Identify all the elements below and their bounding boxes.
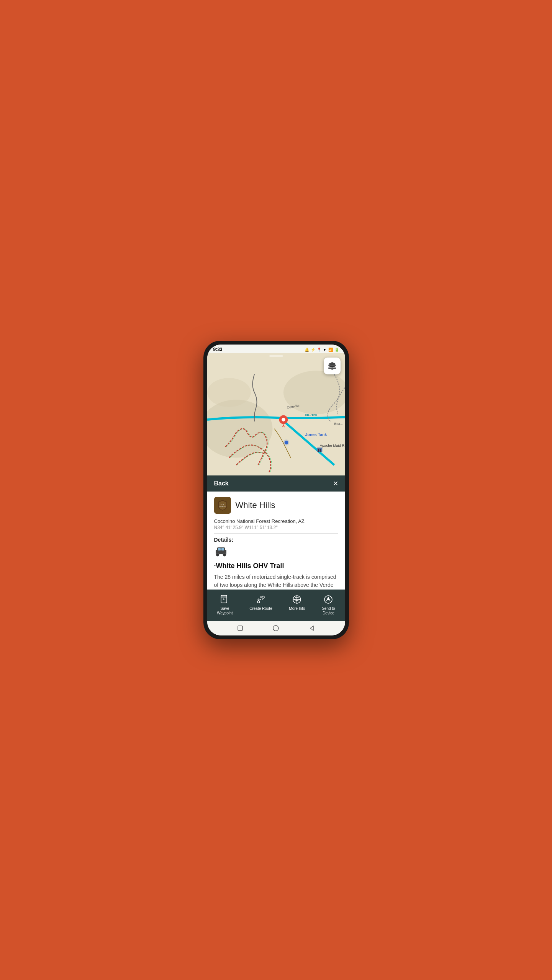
svg-point-23 xyxy=(216,553,219,556)
panel-content: U.S. FOREST White Hills Coconino Nationa… xyxy=(207,492,345,590)
svg-point-24 xyxy=(223,553,226,556)
svg-text:+: + xyxy=(223,597,225,601)
layers-icon xyxy=(328,361,337,371)
trail-description: The 28 miles of motorized single-track i… xyxy=(214,573,338,590)
svg-rect-38 xyxy=(238,626,242,630)
status-icons: 🔔 ⚡ 📍 ▼ 📶 🔋 xyxy=(305,348,339,352)
back-button[interactable]: Back xyxy=(214,480,229,487)
location-header: U.S. FOREST White Hills xyxy=(214,497,338,514)
save-waypoint-icon: + xyxy=(219,594,230,605)
svg-point-14 xyxy=(283,439,289,445)
svg-rect-25 xyxy=(218,548,221,550)
nav-save-waypoint[interactable]: + SaveWaypoint xyxy=(214,593,236,617)
details-label: Details: xyxy=(214,537,338,543)
svg-rect-8 xyxy=(318,449,319,452)
signal-icon: 📶 xyxy=(328,348,333,352)
save-waypoint-label: SaveWaypoint xyxy=(217,606,233,616)
layer-button[interactable] xyxy=(324,358,341,374)
svg-marker-37 xyxy=(327,597,330,600)
svg-point-30 xyxy=(262,596,264,598)
ohv-vehicle-icon xyxy=(214,546,228,557)
location-name: White Hills xyxy=(236,500,275,510)
phone-screen: 9:33 🔔 ⚡ 📍 ▼ 📶 🔋 NF-1 xyxy=(207,345,345,635)
vehicle-icon xyxy=(214,546,338,559)
usfs-shield-icon: U.S. FOREST xyxy=(216,499,229,511)
forest-service-badge: U.S. FOREST xyxy=(214,497,231,514)
android-home-button[interactable] xyxy=(272,624,280,632)
phone-frame: 9:33 🔔 ⚡ 📍 ▼ 📶 🔋 NF-1 xyxy=(203,341,349,639)
send-to-device-label: Send toDevice xyxy=(322,606,335,616)
map-area[interactable]: NF-120 Cornville xyxy=(207,353,345,475)
svg-point-32 xyxy=(258,599,259,600)
create-route-icon xyxy=(256,594,266,605)
circle-icon xyxy=(272,625,279,632)
svg-rect-17 xyxy=(328,367,336,368)
send-to-device-icon xyxy=(323,594,334,605)
trail-title: ·White Hills OHV Trail xyxy=(214,562,338,570)
svg-point-29 xyxy=(257,601,260,603)
svg-point-3 xyxy=(207,378,251,407)
create-route-label: Create Route xyxy=(249,606,272,611)
android-nav-bar xyxy=(207,621,345,635)
svg-point-39 xyxy=(273,626,278,631)
more-info-icon xyxy=(292,594,302,605)
notification-icon: 🔔 xyxy=(305,348,309,352)
more-info-label: More Info xyxy=(289,606,305,611)
bottom-panel: Back × U.S. FOREST White Hills xyxy=(207,475,345,621)
svg-rect-26 xyxy=(221,548,224,550)
location-icon: 📍 xyxy=(317,348,321,352)
divider-1 xyxy=(214,533,338,534)
drag-handle[interactable] xyxy=(269,355,283,357)
location-subtitle: Coconino National Forest Recreation, AZ xyxy=(214,518,338,524)
android-recents-button[interactable] xyxy=(236,624,244,632)
bluetooth-icon: ⚡ xyxy=(311,348,315,352)
android-back-button[interactable] xyxy=(308,624,316,632)
close-button[interactable]: × xyxy=(333,479,338,488)
bottom-navigation: + SaveWaypoint xyxy=(207,590,345,621)
svg-text:FOREST: FOREST xyxy=(219,506,226,508)
svg-rect-16 xyxy=(328,365,336,366)
svg-rect-18 xyxy=(328,368,336,369)
battery-icon: 🔋 xyxy=(334,348,339,352)
svg-text:Bea...: Bea... xyxy=(334,422,342,426)
svg-marker-40 xyxy=(310,626,313,630)
nav-send-to-device[interactable]: Send toDevice xyxy=(319,593,338,617)
nav-create-route[interactable]: Create Route xyxy=(246,593,275,617)
back-chevron-icon xyxy=(308,625,315,632)
svg-rect-9 xyxy=(319,449,321,452)
svg-text:NF-120: NF-120 xyxy=(305,413,317,417)
svg-text:Jones Tank: Jones Tank xyxy=(305,433,327,437)
panel-header: Back × xyxy=(207,475,345,492)
svg-point-31 xyxy=(260,596,262,598)
svg-text:Apache Maid Ranch: Apache Maid Ranch xyxy=(319,443,345,448)
location-coords: N34° 41' 25.9" W111° 51' 13.2" xyxy=(214,525,338,530)
wifi-icon: ▼ xyxy=(323,348,327,352)
status-time: 9:33 xyxy=(213,347,223,352)
nav-more-info[interactable]: More Info xyxy=(286,593,308,617)
svg-point-12 xyxy=(282,418,285,421)
square-icon xyxy=(237,625,244,632)
status-bar: 9:33 🔔 ⚡ 📍 ▼ 📶 🔋 xyxy=(207,345,345,353)
